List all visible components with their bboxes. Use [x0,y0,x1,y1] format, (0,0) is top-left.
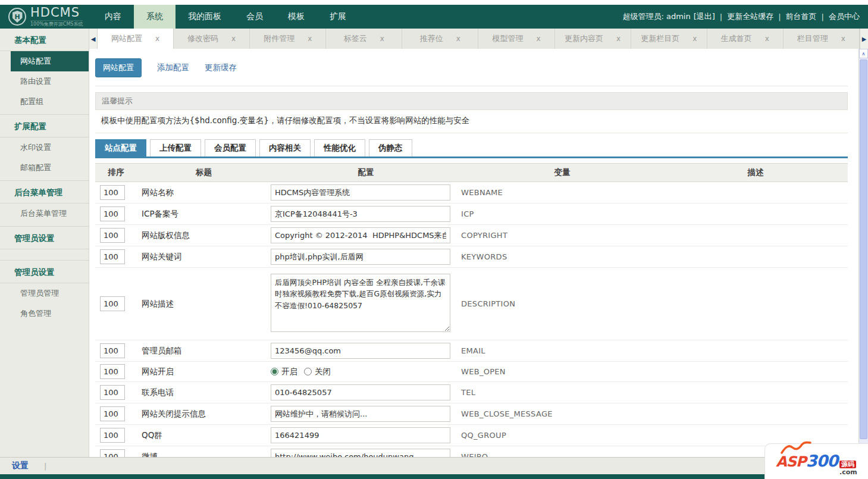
close-icon[interactable]: x [308,35,312,43]
menu-item-extensions[interactable]: 扩展 [317,5,359,29]
weibo-input[interactable] [271,449,450,457]
config-tab-content[interactable]: 内容相关 [259,139,311,156]
tabs-scroll-left-icon[interactable]: ◀ [89,29,98,49]
refresh-cache-link[interactable]: 更新全站缓存 [727,11,773,22]
config-variable: ICP [461,209,663,218]
tab-attachment-manage[interactable]: 附件管理x [250,29,326,49]
web-open-off-label[interactable]: 关闭 [315,367,331,377]
sidebar: 基本配置 网站配置 路由设置 配置组 扩展配置 水印设置 邮箱配置 后台菜单管理… [0,29,89,457]
tel-input[interactable] [271,384,450,400]
menu-item-templates[interactable]: 模板 [275,5,317,29]
config-tab-upload[interactable]: 上传配置 [150,139,201,156]
tab-model-manage[interactable]: 模型管理x [478,29,554,49]
close-icon[interactable]: x [231,35,236,43]
menu-item-members[interactable]: 会员 [234,5,275,29]
sort-input[interactable] [100,206,125,221]
header-separator: | [822,12,824,21]
sort-input[interactable] [100,449,125,457]
col-header-config: 配置 [271,164,461,181]
settings-link[interactable]: 设置 [12,461,29,471]
table-header-row: 排序 标题 配置 变量 描述 [95,163,848,182]
sidebar-item-admin-menu-manage[interactable]: 后台菜单管理 [0,204,89,224]
col-header-title: 标题 [137,164,271,181]
top-white-strip [0,0,868,5]
tab-change-password[interactable]: 修改密码x [174,29,250,49]
open-tabs: 网站配置x 修改密码x 附件管理x 标签云x 推荐位x 模型管理x 更新内容页x… [98,29,860,49]
sidebar-section-basic-config: 基本配置 网站配置 路由设置 配置组 [0,29,89,112]
add-config-link[interactable]: 添加配置 [157,62,189,73]
sidebar-item-role-manage[interactable]: 角色管理 [0,303,89,324]
sidebar-item-admin-manage[interactable]: 管理员管理 [0,283,89,303]
web-open-on-label[interactable]: 开启 [281,367,297,377]
tab-update-category-page[interactable]: 更新栏目页x [631,29,707,49]
config-tab-site[interactable]: 站点配置 [95,139,146,156]
logout-link[interactable]: [退出] [694,11,715,22]
copyright-input[interactable] [271,227,450,243]
menu-item-content[interactable]: 内容 [92,5,134,29]
sort-input[interactable] [100,385,125,400]
webname-input[interactable] [271,184,450,201]
sidebar-section-admin-menu: 后台菜单管理 后台菜单管理 [0,180,89,224]
brand-title: HDCMS [30,7,83,19]
sidebar-item-config-group[interactable]: 配置组 [0,92,89,112]
sort-input[interactable] [100,296,125,311]
close-icon[interactable]: x [765,35,769,43]
sort-input[interactable] [100,249,125,264]
sort-input[interactable] [100,406,125,421]
sidebar-item-mailbox-config[interactable]: 邮箱配置 [0,158,89,178]
icp-input[interactable] [271,206,450,222]
tabs-scroll-right-icon[interactable]: ▶ [860,29,868,49]
sidebar-section-title: 扩展配置 [0,115,89,137]
sort-input[interactable] [100,185,125,200]
sort-input[interactable] [100,343,125,358]
tab-generate-home[interactable]: 生成首页x [707,29,784,49]
close-message-input[interactable] [271,406,450,422]
close-icon[interactable]: x [155,35,159,43]
scrollbar-up-icon[interactable]: ∧ [859,49,868,58]
update-cache-link[interactable]: 更新缓存 [205,62,237,73]
sort-input[interactable] [100,228,125,243]
member-center-link[interactable]: 会员中心 [829,11,860,22]
close-icon[interactable]: x [456,35,460,43]
config-tab-rewrite[interactable]: 伪静态 [369,139,412,156]
sidebar-item-route-settings[interactable]: 路由设置 [0,71,89,92]
tab-update-content-page[interactable]: 更新内容页x [555,29,631,49]
vertical-scrollbar[interactable]: ∧ ∨ [858,49,868,457]
watermark-com-text: .com [839,469,857,475]
close-icon[interactable]: x [841,35,845,43]
header-separator: | [720,12,722,21]
sort-input[interactable] [100,364,125,379]
scrollbar-thumb[interactable] [860,60,867,439]
tab-category-manage[interactable]: 栏目管理x [784,29,860,49]
close-icon[interactable]: x [616,35,621,43]
sidebar-section-title: 后台菜单管理 [0,181,89,204]
hdcms-shield-icon: H [8,8,26,26]
config-variable: EMAIL [461,346,663,355]
web-open-off-radio[interactable] [304,368,312,375]
close-icon[interactable]: x [692,35,697,43]
sidebar-item-site-config[interactable]: 网站配置 [11,51,89,71]
site-config-button[interactable]: 网站配置 [95,58,142,77]
notice-box: 温馨提示 模板中使用配置项方法为{$hd.config.变量名}，请仔细修改配置… [95,92,848,133]
description-textarea[interactable]: 后盾网顶尖PHP培训 内容全面 全程亲自授课,千余课时独家视频教程免费下载,超百… [271,274,450,332]
sidebar-item-watermark-settings[interactable]: 水印设置 [0,137,89,158]
front-home-link[interactable]: 前台首页 [786,11,817,22]
config-tab-member[interactable]: 会员配置 [205,139,256,156]
menu-item-dashboard[interactable]: 我的面板 [176,5,234,29]
tab-tag-cloud[interactable]: 标签云x [326,29,402,49]
email-input[interactable] [271,343,450,359]
web-open-on-radio[interactable] [271,368,278,375]
close-icon[interactable]: x [380,35,384,43]
header-user-area: 超级管理员: admin [退出] | 更新全站缓存 | 前台首页 | 会员中心 [622,5,868,29]
keywords-input[interactable] [271,249,450,265]
header-separator: | [778,12,781,21]
config-tab-performance[interactable]: 性能优化 [314,139,365,156]
asp300-watermark: ASP300 源码 .com [764,443,868,479]
sidebar-section-extension-config: 扩展配置 水印设置 邮箱配置 [0,114,89,178]
qq-group-input[interactable] [271,427,450,443]
menu-item-system[interactable]: 系统 [134,5,176,29]
close-icon[interactable]: x [536,35,540,43]
tab-site-config[interactable]: 网站配置x [98,29,174,49]
tab-recommend-position[interactable]: 推荐位x [402,29,478,49]
sort-input[interactable] [100,428,125,443]
